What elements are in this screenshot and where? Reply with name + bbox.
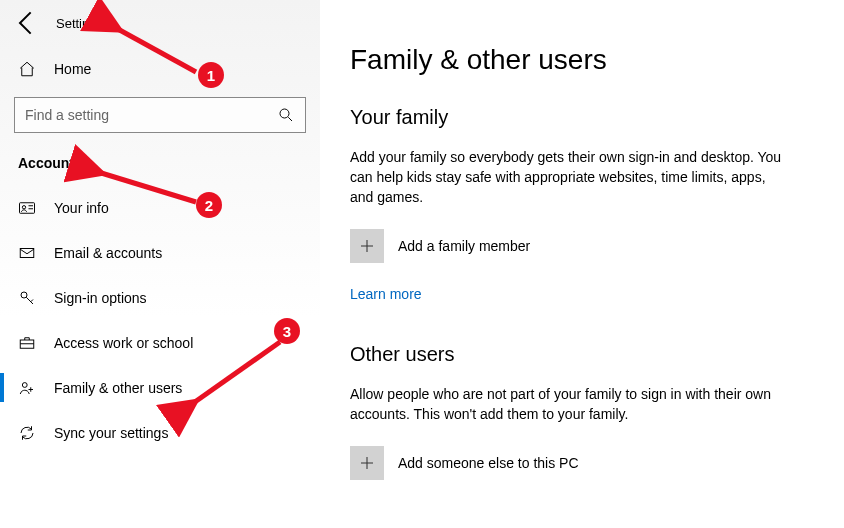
svg-rect-3 — [20, 248, 34, 257]
add-family-member-button[interactable]: Add a family member — [350, 229, 814, 263]
learn-more-link[interactable]: Learn more — [350, 286, 422, 302]
section-heading-other: Other users — [350, 343, 814, 366]
sidebar-item-label: Email & accounts — [54, 245, 162, 261]
add-other-user-button[interactable]: Add someone else to this PC — [350, 446, 814, 480]
plus-icon — [350, 229, 384, 263]
section-heading-family: Your family — [350, 106, 814, 129]
search-input[interactable]: Find a setting — [14, 97, 306, 133]
sidebar-item-work[interactable]: Access work or school — [0, 320, 320, 365]
sidebar-header: Settings — [0, 0, 320, 46]
add-other-label: Add someone else to this PC — [398, 455, 579, 471]
arrow-left-icon — [12, 7, 44, 39]
svg-point-6 — [22, 382, 27, 387]
key-icon — [18, 289, 36, 307]
svg-point-0 — [280, 109, 289, 118]
person-card-icon — [18, 199, 36, 217]
main-content: Family & other users Your family Add you… — [320, 0, 844, 528]
search-placeholder: Find a setting — [25, 107, 109, 123]
plus-icon — [350, 446, 384, 480]
svg-point-4 — [21, 292, 27, 298]
sync-icon — [18, 424, 36, 442]
sidebar: Settings Home Find a setting Accounts Yo… — [0, 0, 320, 528]
sidebar-item-signin[interactable]: Sign-in options — [0, 275, 320, 320]
svg-point-2 — [22, 205, 25, 208]
search-icon — [277, 106, 295, 124]
sidebar-item-sync[interactable]: Sync your settings — [0, 410, 320, 455]
briefcase-icon — [18, 334, 36, 352]
app-title: Settings — [56, 16, 103, 31]
page-title: Family & other users — [350, 44, 814, 76]
sidebar-item-label: Your info — [54, 200, 109, 216]
sidebar-item-home[interactable]: Home — [0, 46, 320, 91]
other-description: Allow people who are not part of your fa… — [350, 384, 790, 424]
sidebar-item-label: Sync your settings — [54, 425, 168, 441]
sidebar-item-label: Family & other users — [54, 380, 182, 396]
people-icon — [18, 379, 36, 397]
sidebar-item-label: Sign-in options — [54, 290, 147, 306]
mail-icon — [18, 244, 36, 262]
add-family-label: Add a family member — [398, 238, 530, 254]
sidebar-item-label: Home — [54, 61, 91, 77]
category-title: Accounts — [0, 133, 320, 185]
sidebar-item-your-info[interactable]: Your info — [0, 185, 320, 230]
sidebar-item-label: Access work or school — [54, 335, 193, 351]
sidebar-item-email[interactable]: Email & accounts — [0, 230, 320, 275]
back-button[interactable] — [12, 7, 44, 39]
home-icon — [18, 60, 36, 78]
sidebar-item-family[interactable]: Family & other users — [0, 365, 320, 410]
family-description: Add your family so everybody gets their … — [350, 147, 790, 207]
